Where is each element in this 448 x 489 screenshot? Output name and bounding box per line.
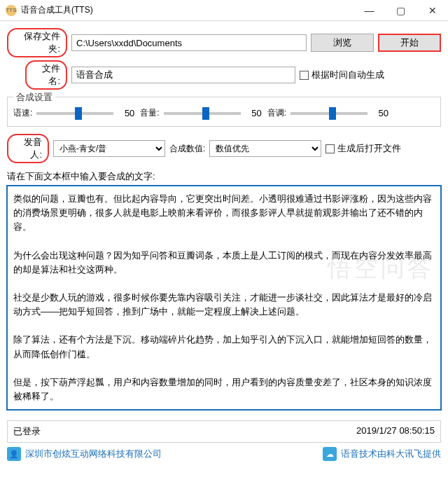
checkbox-label: 根据时间自动生成 bbox=[312, 69, 384, 81]
status-bar: 已登录 2019/1/27 08:50:15 bbox=[7, 420, 441, 443]
minimize-button[interactable]: — bbox=[354, 0, 385, 21]
checkbox-icon bbox=[300, 71, 309, 80]
volume-slider[interactable] bbox=[164, 112, 241, 115]
pitch-slider[interactable] bbox=[290, 112, 368, 115]
pitch-label: 音调: bbox=[267, 107, 286, 119]
speaker-label: 发音人: bbox=[7, 134, 49, 163]
quality-select[interactable]: 数值优先 bbox=[209, 140, 321, 157]
volume-value: 50 bbox=[245, 108, 262, 118]
pitch-value: 50 bbox=[372, 108, 388, 118]
maximize-button[interactable]: ▢ bbox=[385, 0, 416, 21]
app-icon: TTS bbox=[6, 5, 17, 16]
quality-label: 合成数值: bbox=[169, 143, 205, 155]
provider-info[interactable]: ☁ 语音技术由科大讯飞提供 bbox=[323, 447, 441, 461]
textarea-prompt: 请在下面文本框中输入要合成的文字: bbox=[7, 170, 441, 183]
save-folder-input[interactable] bbox=[71, 34, 307, 51]
login-status: 已登录 bbox=[13, 425, 41, 438]
filename-input[interactable] bbox=[71, 67, 295, 83]
close-button[interactable]: ✕ bbox=[416, 0, 448, 21]
browse-button[interactable]: 浏览 bbox=[311, 34, 374, 52]
company-info[interactable]: 👤 深圳市创炫互动网络科技有限公司 bbox=[7, 447, 162, 461]
checkbox-icon bbox=[326, 144, 335, 153]
synthesis-settings: 合成设置 语速: 50 音量: 50 音调: 50 bbox=[7, 97, 441, 127]
speed-label: 语速: bbox=[13, 107, 32, 119]
speaker-select[interactable]: 小燕-青女/普 bbox=[53, 140, 165, 157]
start-button[interactable]: 开始 bbox=[378, 34, 441, 52]
auto-filename-checkbox[interactable]: 根据时间自动生成 bbox=[300, 69, 384, 81]
company-icon: 👤 bbox=[7, 447, 21, 461]
speed-value: 50 bbox=[118, 108, 134, 118]
speed-slider[interactable] bbox=[36, 112, 113, 115]
filename-label: 文件名: bbox=[25, 60, 67, 90]
footer: 👤 深圳市创炫互动网络科技有限公司 ☁ 语音技术由科大讯飞提供 bbox=[7, 447, 441, 461]
save-folder-label: 保存文件夹: bbox=[7, 28, 67, 57]
provider-icon: ☁ bbox=[323, 447, 337, 461]
titlebar: TTS 语音合成工具(TTS) — ▢ ✕ bbox=[0, 0, 448, 21]
synthesis-text-input[interactable] bbox=[7, 186, 441, 410]
speaker-row: 发音人: 小燕-青女/普 合成数值: 数值优先 生成后打开文件 bbox=[7, 134, 441, 163]
timestamp: 2019/1/27 08:50:15 bbox=[356, 425, 435, 438]
settings-legend: 合成设置 bbox=[13, 91, 55, 104]
checkbox-label: 生成后打开文件 bbox=[337, 142, 401, 155]
open-after-checkbox[interactable]: 生成后打开文件 bbox=[326, 142, 401, 155]
save-folder-row: 保存文件夹: 浏览 开始 bbox=[7, 28, 441, 57]
window-controls: — ▢ ✕ bbox=[354, 0, 448, 21]
window-title: 语音合成工具(TTS) bbox=[21, 4, 354, 16]
volume-label: 音量: bbox=[140, 107, 159, 119]
filename-row: 文件名: 根据时间自动生成 bbox=[7, 60, 441, 90]
